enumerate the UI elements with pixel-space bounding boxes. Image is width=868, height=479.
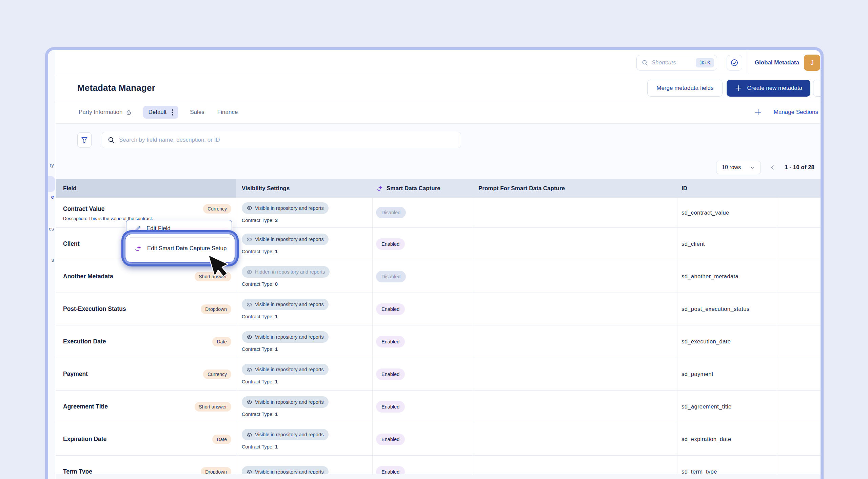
extra-cell	[777, 198, 821, 227]
capture-status-pill: Disabled	[376, 207, 406, 218]
column-header-smart-data-capture[interactable]: Smart Data Capture	[373, 179, 473, 198]
table-row[interactable]: Post-Execution Status Dropdown Visible i…	[56, 293, 821, 325]
column-header-prompt[interactable]: Prompt For Smart Data Capture	[473, 179, 677, 198]
filter-button[interactable]	[77, 132, 92, 148]
visibility-label: Visible in repository and reports	[255, 367, 324, 372]
sidebar-fragment: ry	[50, 162, 54, 168]
search-input[interactable]	[119, 137, 455, 143]
capture-status-pill: Enabled	[376, 238, 405, 250]
contract-type: Contract Type: 1	[242, 379, 372, 384]
table-row[interactable]: Expiration Date Date Visible in reposito…	[56, 423, 821, 456]
field-name: Client	[63, 240, 80, 247]
tab-finance[interactable]: Finance	[216, 106, 239, 119]
column-header-id[interactable]: ID	[677, 179, 777, 198]
tab-default[interactable]: Default	[143, 106, 178, 119]
field-name: Execution Date	[63, 338, 106, 345]
add-section-icon[interactable]	[754, 108, 762, 116]
search-section	[56, 124, 821, 156]
visibility-pill: Visible in repository and reports	[242, 429, 329, 440]
field-type-badge: Date	[212, 435, 231, 444]
table-header: Field Visibility Settings Smart Data Cap…	[56, 179, 821, 198]
rows-per-page-select[interactable]: 10 rows	[716, 161, 761, 174]
field-type-badge: Currency	[203, 370, 231, 379]
sidebar-fragment: e	[51, 194, 54, 200]
prompt-cell	[473, 228, 677, 260]
clipped-sidebar: ry e cs s	[48, 50, 55, 479]
table-row[interactable]: Execution Date Date Visible in repositor…	[56, 325, 821, 358]
shortcuts-placeholder: Shortcuts	[652, 59, 692, 66]
prompt-cell	[473, 391, 677, 423]
contract-type: Contract Type: 1	[242, 444, 372, 450]
column-header-field[interactable]: Field	[56, 179, 236, 198]
sidebar-active-pill	[48, 176, 55, 192]
extra-cell	[777, 423, 821, 455]
column-header-extra	[777, 179, 821, 198]
sparkle-icon	[134, 244, 142, 253]
field-id: sd_agreement_title	[682, 403, 777, 410]
tab-sales[interactable]: Sales	[189, 106, 206, 119]
pagination-range: 1 - 10 of 28	[785, 164, 814, 171]
eye-off-icon	[246, 269, 252, 275]
field-name: Contract Value	[63, 205, 105, 213]
page-title: Metadata Manager	[77, 83, 155, 93]
field-search[interactable]	[102, 132, 461, 148]
extra-cell	[777, 325, 821, 358]
tasks-button[interactable]	[727, 55, 742, 71]
shortcuts-search[interactable]: Shortcuts ⌘+K	[636, 55, 717, 71]
field-id: sd_expiration_date	[682, 436, 777, 442]
table-row[interactable]: Agreement Title Short answer Visible in …	[56, 391, 821, 423]
extra-cell	[777, 260, 821, 293]
field-name: Agreement Title	[63, 403, 108, 410]
create-metadata-button[interactable]: Create new metadata	[727, 80, 810, 97]
eye-icon	[246, 237, 252, 242]
manage-sections-link[interactable]: Manage Sections	[774, 109, 818, 116]
contract-type: Contract Type: 1	[242, 314, 372, 319]
field-name: Post-Execution Status	[63, 305, 126, 313]
contract-type: Contract Type: 3	[242, 218, 372, 223]
visibility-pill: Visible in repository and reports	[242, 364, 329, 375]
visibility-pill: Visible in repository and reports	[242, 396, 329, 408]
table-row[interactable]: Payment Currency Visible in repository a…	[56, 358, 821, 391]
field-name: Payment	[63, 371, 88, 378]
column-header-visibility[interactable]: Visibility Settings	[236, 179, 373, 198]
topbar: Shortcuts ⌘+K Global Metadata J	[56, 50, 821, 75]
extra-cell	[777, 358, 821, 390]
contract-type: Contract Type: 1	[242, 412, 372, 417]
section-tabs: Party InformationDefaultSalesFinance Man…	[56, 101, 821, 124]
field-id: sd_contract_value	[682, 209, 777, 216]
prompt-cell	[473, 198, 677, 227]
visibility-pill: Visible in repository and reports	[242, 202, 329, 214]
visibility-pill: Visible in repository and reports	[242, 331, 329, 343]
sidebar-fragment: s	[52, 257, 54, 263]
capture-status-pill: Enabled	[376, 368, 405, 380]
prompt-cell	[473, 423, 677, 455]
sparkle-icon	[376, 185, 383, 192]
capture-status-pill: Enabled	[376, 303, 405, 315]
global-metadata-label: Global Metadata	[755, 59, 799, 66]
extra-cell	[777, 228, 821, 260]
prompt-cell	[473, 325, 677, 358]
visibility-pill: Visible in repository and reports	[242, 299, 329, 310]
visibility-pill: Visible in repository and reports	[242, 234, 329, 245]
field-id: sd_another_metadata	[682, 273, 777, 280]
eye-icon	[246, 399, 252, 405]
contract-type: Contract Type: 1	[242, 346, 372, 352]
extra-cell	[777, 391, 821, 423]
capture-status-pill: Enabled	[376, 336, 405, 347]
tab-party-information[interactable]: Party Information	[77, 106, 133, 119]
field-name: Expiration Date	[63, 436, 106, 443]
visibility-label: Hidden in repository and reports	[255, 269, 325, 275]
contract-type: Contract Type: 0	[242, 281, 372, 287]
merge-metadata-button[interactable]: Merge metadata fields	[647, 80, 723, 97]
sidebar-fragment: cs	[49, 226, 54, 232]
chevron-left-icon[interactable]	[770, 164, 776, 171]
search-icon	[107, 136, 115, 144]
plus-icon	[735, 84, 742, 92]
avatar[interactable]: J	[804, 55, 820, 71]
field-type-badge: Date	[212, 337, 231, 346]
field-name: Another Metadata	[63, 273, 113, 280]
eye-icon	[246, 334, 252, 340]
pagination-bar: 10 rows 1 - 10 of 28	[56, 156, 821, 179]
contract-type: Contract Type: 1	[242, 249, 372, 254]
kebab-menu-icon[interactable]	[172, 109, 173, 116]
